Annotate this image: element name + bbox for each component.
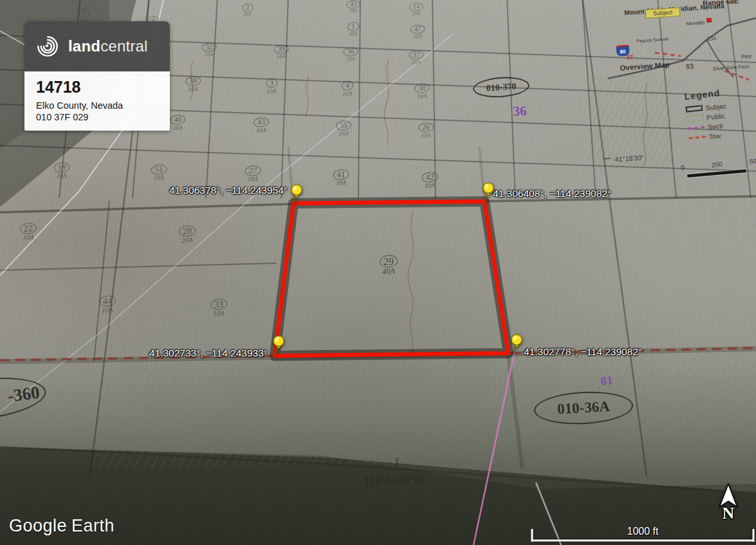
listing-info-card: landcentral 14718 Elko County, Nevada 01… xyxy=(24,21,170,131)
inset-label: Pequop Summit xyxy=(636,37,668,43)
inset-scale-tick: 50 xyxy=(749,158,756,165)
inset-label: 93 xyxy=(685,62,694,71)
listing-county: Elko County, Nevada xyxy=(36,100,170,111)
google-earth-viewport[interactable]: { "window": { "app": "Google Earth" }, "… xyxy=(0,0,756,545)
subject-badge: Subject xyxy=(645,7,681,19)
listing-apn: 010 37F 029 xyxy=(36,111,170,123)
legend-item-label: Public xyxy=(706,111,726,121)
landcentral-wordmark: landcentral xyxy=(68,37,148,55)
corner-coordinates-northwest: 41.306378°, −114.243954° xyxy=(169,185,288,196)
google-earth-logo: GoogleEarth xyxy=(9,516,115,536)
north-arrow-label: N xyxy=(717,504,740,523)
legend-item-label: Tow xyxy=(708,131,721,140)
legend-item-label: Secti xyxy=(707,122,723,131)
scale-bar-label: 1000 ft xyxy=(531,526,755,537)
inset-label: Pilot xyxy=(741,53,751,60)
listing-card-header: landcentral xyxy=(24,21,170,71)
inset-scale-tick: 250 xyxy=(711,161,723,169)
legend: Legend SubjecPublicSectiTow xyxy=(684,83,756,143)
legend-swatch-rect-green xyxy=(687,115,704,122)
legend-swatch-dash-red xyxy=(689,136,706,140)
corner-coordinates-northeast: 41.306408°, −114.239082° xyxy=(493,188,611,199)
pushpin-southeast[interactable] xyxy=(508,334,525,356)
longitude-label: 114°14'30"W xyxy=(364,473,423,486)
listing-card-body: 14718 Elko County, Nevada 010 37F 029 xyxy=(24,71,170,131)
inset-label: Overview Map xyxy=(620,60,670,71)
pushpin-northwest[interactable] xyxy=(288,184,305,206)
listing-id: 14718 xyxy=(36,78,170,97)
pushpin-southwest[interactable] xyxy=(270,335,287,357)
inset-label: 233 xyxy=(707,35,716,42)
town-marker-icon xyxy=(706,18,712,23)
corner-coordinates-southeast: 41.302778°, −114.239082° xyxy=(524,346,642,358)
legend-swatch-rect-black xyxy=(686,105,703,113)
legend-items: SubjecPublicSectiTow xyxy=(685,97,756,143)
landcentral-logo-icon xyxy=(33,32,62,60)
legend-swatch-dash-purple xyxy=(688,126,705,130)
corner-coordinates-southwest: 41.302733°, −114.243933° xyxy=(149,347,268,359)
inset-label: Montello xyxy=(687,20,705,27)
inset-scale-tick: 0 xyxy=(681,164,685,171)
inset-label: 27 xyxy=(627,54,634,61)
inset-label: Silver Zone Pass xyxy=(712,64,749,72)
